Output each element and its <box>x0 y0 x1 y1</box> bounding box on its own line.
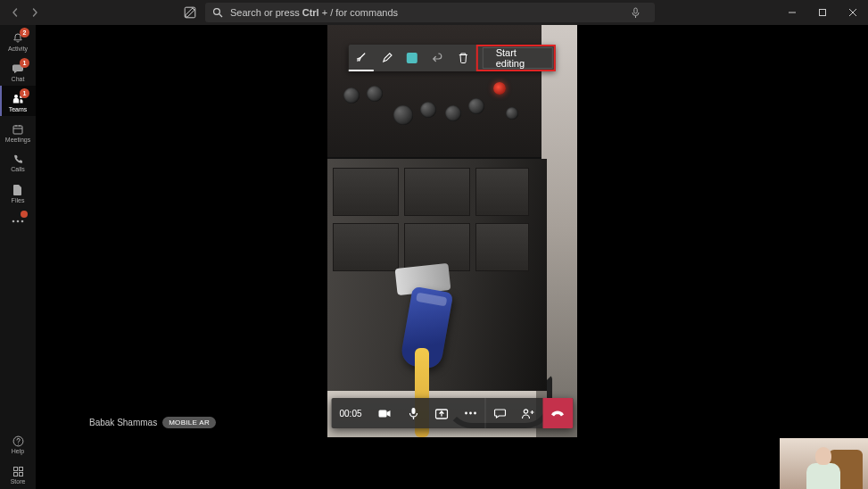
delete-button[interactable] <box>451 45 476 71</box>
rail-label: Files <box>12 197 25 203</box>
maximize-button[interactable] <box>807 0 838 25</box>
search-box[interactable]: Search or press Ctrl + / for commands <box>205 3 655 22</box>
back-button[interactable] <box>7 4 23 21</box>
open-chat-button[interactable] <box>485 398 514 428</box>
call-duration: 00:05 <box>331 398 370 428</box>
svg-rect-13 <box>13 473 17 477</box>
help-icon <box>12 435 24 447</box>
mic-icon <box>408 407 418 420</box>
minimize-button[interactable] <box>777 0 807 25</box>
svg-point-15 <box>357 60 359 62</box>
svg-point-21 <box>474 412 476 415</box>
more-icon <box>12 220 24 223</box>
svg-point-20 <box>469 412 472 415</box>
svg-rect-2 <box>634 8 637 13</box>
self-view[interactable] <box>780 438 868 489</box>
svg-point-4 <box>14 95 18 98</box>
svg-rect-17 <box>411 408 415 414</box>
mic-icon[interactable] <box>631 7 648 19</box>
shape-square-button[interactable] <box>400 45 426 71</box>
rail-label: Store <box>11 478 26 485</box>
close-button[interactable] <box>838 0 868 25</box>
new-message-button[interactable] <box>184 6 196 19</box>
app-body: Activity 2 Chat 1 Teams 1 Meetings <box>0 25 868 489</box>
remote-video: Start editing 00:05 <box>327 25 577 437</box>
file-icon <box>12 184 23 196</box>
svg-rect-14 <box>19 473 22 477</box>
rail-files[interactable]: Files <box>0 177 36 207</box>
rail-label: Chat <box>12 76 25 82</box>
shape-square-icon <box>407 53 417 63</box>
rail-activity[interactable]: Activity 2 <box>0 25 36 55</box>
svg-rect-6 <box>13 126 22 134</box>
hang-up-icon <box>550 409 566 418</box>
rail-apps: Activity 2 Chat 1 Teams 1 Meetings <box>0 25 36 428</box>
rail-meetings[interactable]: Meetings <box>0 116 36 146</box>
ink-pointer-button[interactable] <box>348 45 374 71</box>
rail-teams[interactable]: Teams 1 <box>0 86 36 116</box>
svg-point-7 <box>12 220 15 222</box>
annotation-toolbar: Start editing <box>348 45 555 71</box>
pen-button[interactable] <box>374 45 400 71</box>
rail-more[interactable] <box>0 207 36 232</box>
rail-badge: 1 <box>20 88 29 98</box>
delete-icon <box>458 52 469 64</box>
svg-rect-11 <box>13 468 17 471</box>
rail-badge: 1 <box>20 58 29 68</box>
call-stage: Start editing 00:05 <box>36 25 868 489</box>
app-root: Search or press Ctrl + / for commands Ac… <box>0 0 868 489</box>
more-actions-button[interactable] <box>456 398 484 428</box>
rail-footer: Help Store <box>0 428 36 489</box>
rail-badge: 2 <box>20 28 29 37</box>
svg-point-19 <box>465 412 467 415</box>
participant-name: Babak Shammas <box>89 418 157 427</box>
pen-icon <box>380 52 393 64</box>
search-placeholder: Search or press Ctrl + / for commands <box>230 7 631 18</box>
participant-badge: MOBILE AR <box>162 417 216 428</box>
undo-button[interactable] <box>425 45 451 71</box>
share-icon <box>435 408 449 419</box>
camera-icon <box>378 409 392 419</box>
svg-point-8 <box>17 220 20 222</box>
ink-pointer-icon <box>355 51 368 63</box>
rail-label: Meetings <box>5 137 30 143</box>
start-editing-button[interactable]: Start editing <box>483 47 553 69</box>
share-screen-button[interactable] <box>427 398 456 428</box>
svg-rect-12 <box>19 468 22 471</box>
call-control-bar: 00:05 <box>331 398 573 428</box>
notification-dot <box>21 211 28 218</box>
phone-icon <box>12 153 24 165</box>
more-icon <box>464 411 476 415</box>
hang-up-button[interactable] <box>542 398 573 428</box>
rail-chat[interactable]: Chat 1 <box>0 55 36 86</box>
titlebar: Search or press Ctrl + / for commands <box>0 0 868 25</box>
calendar-icon <box>12 123 24 136</box>
rail-label: Activity <box>8 46 28 52</box>
svg-point-1 <box>214 9 220 15</box>
forward-button[interactable] <box>27 4 43 21</box>
participant-label: Babak Shammas MOBILE AR <box>89 417 216 428</box>
store-icon <box>12 466 24 477</box>
window-controls <box>777 0 868 25</box>
start-editing-highlight: Start editing <box>476 45 556 71</box>
rail-calls[interactable]: Calls <box>0 146 36 177</box>
add-people-button[interactable] <box>514 398 542 428</box>
remote-video-scene <box>327 25 577 437</box>
rail-label: Calls <box>11 166 25 172</box>
toggle-camera-button[interactable] <box>370 398 399 428</box>
rail-label: Teams <box>9 106 28 112</box>
svg-point-22 <box>524 409 527 412</box>
rail-label: Help <box>12 448 24 454</box>
search-icon <box>212 7 223 18</box>
svg-point-9 <box>21 220 24 222</box>
toggle-mic-button[interactable] <box>399 398 427 428</box>
rail-help[interactable]: Help <box>0 428 36 459</box>
rail-store[interactable]: Store <box>0 459 36 489</box>
undo-icon <box>432 52 444 64</box>
chat-icon <box>493 407 506 419</box>
svg-rect-3 <box>820 10 826 16</box>
left-rail: Activity 2 Chat 1 Teams 1 Meetings <box>0 25 36 489</box>
svg-rect-16 <box>379 410 387 417</box>
people-add-icon <box>521 408 535 419</box>
history-nav <box>0 4 50 21</box>
